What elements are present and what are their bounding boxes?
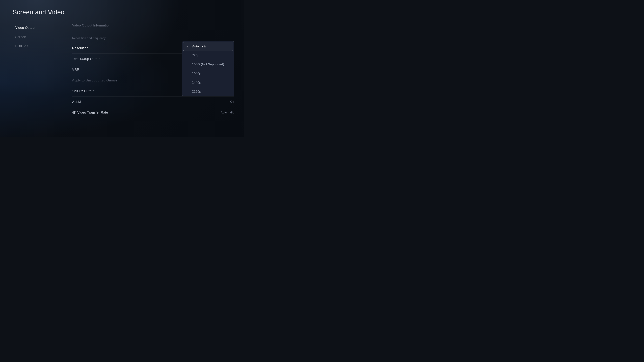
sidebar: Video Output Screen BD/DVD	[12, 23, 60, 50]
dropdown-option-1080i[interactable]: 1080i (Not Supported)	[182, 60, 234, 69]
dropdown-label-1080i: 1080i (Not Supported)	[192, 62, 224, 66]
allm-label: ALLM	[72, 100, 81, 104]
scrollbar-thumb	[239, 23, 239, 52]
vrr-label: VRR	[72, 68, 79, 71]
settings-list: Resolution ✓ Automatic 720p 1080i (Not S…	[72, 43, 234, 118]
dropdown-label-1440p: 1440p	[192, 81, 201, 84]
dropdown-label-720p: 720p	[192, 53, 199, 57]
dropdown-option-1440p[interactable]: 1440p	[182, 78, 234, 87]
dropdown-option-2160p[interactable]: 2160p	[182, 87, 234, 96]
test-1440p-label: Test 1440p Output	[72, 57, 100, 61]
dropdown-label-2160p: 2160p	[192, 90, 201, 93]
apply-unsupported-label: Apply to Unsupported Games	[72, 78, 118, 82]
video-output-info-link[interactable]: Video Output Information	[72, 23, 234, 27]
dropdown-label-automatic: Automatic	[192, 44, 206, 48]
sidebar-item-screen[interactable]: Screen	[12, 33, 60, 41]
allm-value: Off	[230, 100, 234, 104]
page-title: Screen and Video	[12, 9, 64, 16]
section-label: Resolution and frequency	[72, 36, 234, 40]
main-content: Video Output Information Resolution and …	[72, 23, 234, 137]
dropdown-option-automatic[interactable]: ✓ Automatic	[183, 42, 233, 51]
dropdown-option-1080p[interactable]: 1080p	[182, 69, 234, 78]
4k-transfer-label: 4K Video Transfer Rate	[72, 111, 108, 114]
allm-setting-row[interactable]: ALLM Off	[72, 96, 234, 107]
sidebar-item-bd-dvd[interactable]: BD/DVD	[12, 42, 60, 50]
4k-transfer-value: Automatic	[221, 111, 234, 114]
120hz-label: 120 Hz Output	[72, 89, 94, 93]
resolution-label: Resolution	[72, 46, 88, 50]
dropdown-option-720p[interactable]: 720p	[182, 51, 234, 60]
4k-transfer-setting-row[interactable]: 4K Video Transfer Rate Automatic	[72, 107, 234, 118]
resolution-dropdown[interactable]: ✓ Automatic 720p 1080i (Not Supported) 1…	[182, 41, 234, 96]
sidebar-item-video-output[interactable]: Video Output	[12, 23, 60, 32]
check-icon-automatic: ✓	[186, 44, 190, 48]
resolution-setting-row[interactable]: Resolution ✓ Automatic 720p 1080i (Not S…	[72, 43, 234, 54]
scrollbar[interactable]	[239, 23, 239, 137]
dropdown-label-1080p: 1080p	[192, 71, 201, 75]
